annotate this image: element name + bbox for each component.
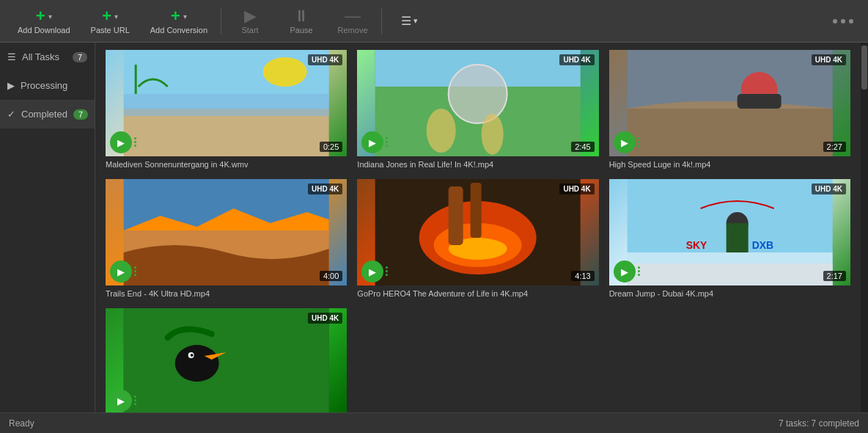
video-thumbnail: UHD 4K 2:27 ▶ xyxy=(609,50,850,156)
uhd-badge: UHD 4K xyxy=(559,183,594,194)
video-card[interactable]: UHD 4K 4:13 ▶ GoPro HERO4 The Adventure … xyxy=(357,179,598,298)
content-area[interactable]: UHD 4K 0:25 ▶ Malediven Sonnenuntergang … xyxy=(95,43,861,412)
play-button[interactable]: ▶ xyxy=(614,131,640,153)
play-button[interactable]: ▶ xyxy=(614,261,640,283)
scroll-thumb[interactable] xyxy=(861,46,867,90)
thumb-bg xyxy=(357,50,598,156)
status-ready: Ready xyxy=(9,418,34,429)
dot-2 xyxy=(841,19,845,23)
uhd-badge: UHD 4K xyxy=(308,313,342,324)
thumb-bg: SKY DXB xyxy=(609,179,850,285)
svg-rect-21 xyxy=(471,183,482,238)
add-conversion-dropdown-arrow[interactable]: ▾ xyxy=(183,12,187,21)
play-circle: ▶ xyxy=(110,390,132,412)
pause-label: Pause xyxy=(290,26,312,34)
add-download-label: Add Download xyxy=(18,26,70,34)
video-card[interactable]: UHD 4K 4:00 ▶ Trails End - 4K Ultra HD.m… xyxy=(106,179,347,298)
svg-point-9 xyxy=(482,114,504,155)
play-dots xyxy=(638,137,640,147)
play-button[interactable]: ▶ xyxy=(110,261,136,283)
svg-rect-3 xyxy=(124,94,329,116)
add-download-button[interactable]: + ▾ Add Download xyxy=(7,5,81,37)
play-circle: ▶ xyxy=(361,261,383,283)
sidebar-item-all-tasks[interactable]: ☰ All Tasks 7 xyxy=(0,43,95,71)
thumb-bg xyxy=(106,179,347,285)
video-title: GoPro HERO4 The Adventure of Life in 4K.… xyxy=(357,289,598,298)
toolbar-divider-2 xyxy=(381,8,382,34)
paste-url-label: Paste URL xyxy=(91,26,130,34)
duration-badge: 2:27 xyxy=(823,142,846,152)
video-thumbnail: UHD 4K 4:13 ▶ xyxy=(357,179,598,285)
add-download-dropdown-arrow[interactable]: ▾ xyxy=(48,12,52,21)
start-icon: ▶ xyxy=(244,8,257,24)
video-thumbnail: SKY DXB UHD 4K 2:17 ▶ xyxy=(609,179,850,285)
video-thumbnail: UHD 4K 0:25 ▶ xyxy=(106,50,347,156)
scrollbar[interactable] xyxy=(861,43,868,412)
duration-badge: 2:45 xyxy=(571,142,594,152)
play-dots xyxy=(134,396,136,405)
svg-point-8 xyxy=(427,109,456,153)
svg-point-1 xyxy=(263,57,307,87)
video-card[interactable]: UHD 4K 0:25 ▶ Malediven Sonnenuntergang … xyxy=(106,50,347,169)
svg-rect-30 xyxy=(124,308,329,412)
paste-url-dropdown-arrow[interactable]: ▾ xyxy=(114,12,118,21)
processing-icon: ▶ xyxy=(7,80,15,91)
video-card[interactable]: UHD 4K ▶ xyxy=(106,308,347,412)
thumb-bg xyxy=(609,50,850,156)
svg-text:DXB: DXB xyxy=(751,239,773,251)
more-options-button[interactable] xyxy=(825,19,861,23)
video-thumbnail: UHD 4K 2:45 ▶ xyxy=(357,50,598,156)
play-button[interactable]: ▶ xyxy=(361,131,388,153)
video-title: Malediven Sonnenuntergang in 4K.wmv xyxy=(106,160,347,169)
toolbar-divider-1 xyxy=(221,8,221,34)
sidebar-item-completed[interactable]: ✓ Completed 7 xyxy=(0,100,95,128)
hamburger-icon: ☰ xyxy=(401,14,411,28)
play-circle: ▶ xyxy=(614,261,636,283)
sidebar-item-processing[interactable]: ▶ Processing xyxy=(0,71,95,100)
video-title: Dream Jump - Dubai 4K.mp4 xyxy=(609,289,850,298)
duration-badge: 4:00 xyxy=(320,271,342,281)
paste-url-button[interactable]: + ▾ Paste URL xyxy=(81,5,140,37)
add-conversion-button[interactable]: + ▾ Add Conversion xyxy=(140,5,218,37)
add-conversion-plus-icon: + xyxy=(171,8,180,24)
play-circle: ▶ xyxy=(361,131,383,153)
svg-rect-4 xyxy=(135,65,137,94)
thumb-bg xyxy=(106,50,347,156)
svg-rect-24 xyxy=(627,263,832,285)
play-circle: ▶ xyxy=(614,131,636,153)
thumb-bg xyxy=(357,179,598,285)
menu-dropdown-arrow: ▾ xyxy=(413,16,418,26)
start-button[interactable]: ▶ Start xyxy=(224,5,276,37)
video-grid: UHD 4K 0:25 ▶ Malediven Sonnenuntergang … xyxy=(106,50,850,412)
play-circle: ▶ xyxy=(110,131,132,153)
play-dots xyxy=(638,266,640,276)
video-thumbnail: UHD 4K 4:00 ▶ xyxy=(106,179,347,285)
status-tasks: 7 tasks: 7 completed xyxy=(779,418,859,429)
play-button[interactable]: ▶ xyxy=(110,131,136,153)
menu-button[interactable]: ☰ ▾ xyxy=(391,10,428,32)
uhd-badge: UHD 4K xyxy=(812,54,846,65)
play-circle: ▶ xyxy=(110,261,132,283)
paste-url-plus-icon: + xyxy=(102,8,111,24)
play-button[interactable]: ▶ xyxy=(110,390,136,412)
video-card[interactable]: UHD 4K 2:45 ▶ Indiana Jones in Real Life… xyxy=(357,50,598,169)
plus-icon: + xyxy=(36,8,45,24)
main-area: ☰ All Tasks 7 ▶ Processing ✓ Completed 7 xyxy=(0,43,868,412)
svg-rect-26 xyxy=(726,223,748,252)
video-thumbnail: UHD 4K ▶ xyxy=(106,308,347,412)
list-icon: ☰ xyxy=(7,51,16,62)
remove-button[interactable]: — Remove xyxy=(327,5,378,37)
video-card[interactable]: SKY DXB UHD 4K 2:17 ▶ Dream Jump - Dubai… xyxy=(609,179,850,298)
start-label: Start xyxy=(241,26,258,34)
completed-icon: ✓ xyxy=(7,109,15,120)
svg-rect-13 xyxy=(737,94,781,109)
video-card[interactable]: UHD 4K 2:27 ▶ High Speed Luge in 4k!.mp4 xyxy=(609,50,850,169)
remove-label: Remove xyxy=(338,26,368,34)
pause-icon: ⏸ xyxy=(293,8,309,24)
duration-badge: 4:13 xyxy=(571,271,594,281)
pause-button[interactable]: ⏸ Pause xyxy=(276,5,327,37)
all-tasks-badge: 7 xyxy=(73,52,87,62)
duration-badge: 0:25 xyxy=(320,142,342,152)
svg-text:SKY: SKY xyxy=(685,239,707,251)
play-button[interactable]: ▶ xyxy=(361,261,388,283)
